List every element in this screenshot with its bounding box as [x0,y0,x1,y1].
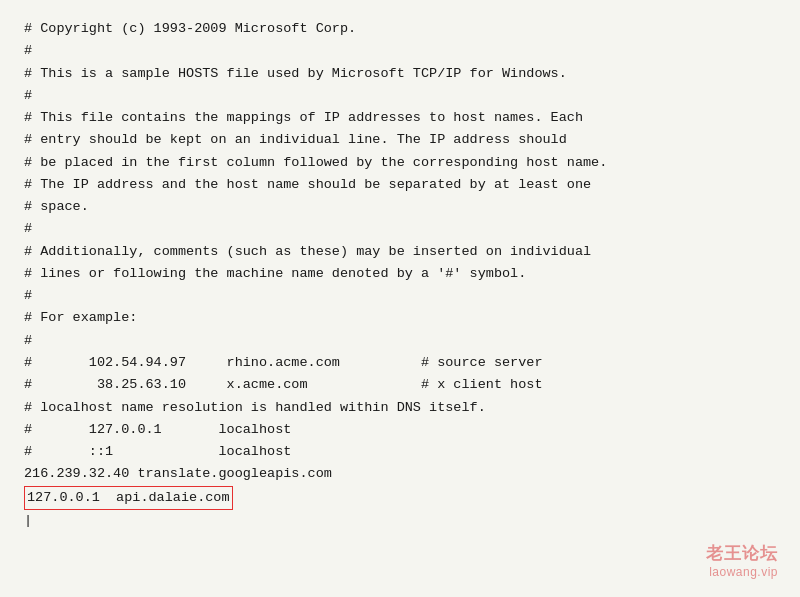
hosts-line: # 38.25.63.10 x.acme.com # x client host [24,374,776,396]
cursor-line: | [24,510,776,532]
hosts-line: # lines or following the machine name de… [24,263,776,285]
hosts-line: # Copyright (c) 1993-2009 Microsoft Corp… [24,18,776,40]
hosts-line: # Additionally, comments (such as these)… [24,241,776,263]
hosts-line: # localhost name resolution is handled w… [24,397,776,419]
hosts-line: # The IP address and the host name shoul… [24,174,776,196]
watermark-english: laowang.vip [706,565,778,579]
hosts-line: 127.0.0.1 api.dalaie.com [24,486,776,510]
watermark-chinese: 老王论坛 [706,542,778,565]
hosts-file-content: # Copyright (c) 1993-2009 Microsoft Corp… [0,0,800,550]
hosts-line: # ::1 localhost [24,441,776,463]
hosts-line: # 102.54.94.97 rhino.acme.com # source s… [24,352,776,374]
hosts-line: # space. [24,196,776,218]
watermark: 老王论坛 laowang.vip [706,542,778,579]
hosts-line: 216.239.32.40 translate.googleapis.com [24,463,776,485]
hosts-line: # [24,85,776,107]
hosts-line: # [24,330,776,352]
hosts-line: # This file contains the mappings of IP … [24,107,776,129]
hosts-line: # 127.0.0.1 localhost [24,419,776,441]
hosts-line: # This is a sample HOSTS file used by Mi… [24,63,776,85]
hosts-line: # For example: [24,307,776,329]
highlighted-hosts-entry: 127.0.0.1 api.dalaie.com [24,486,233,510]
hosts-line: # [24,218,776,240]
hosts-line: # be placed in the first column followed… [24,152,776,174]
hosts-line: # [24,285,776,307]
hosts-line: # [24,40,776,62]
hosts-line: # entry should be kept on an individual … [24,129,776,151]
